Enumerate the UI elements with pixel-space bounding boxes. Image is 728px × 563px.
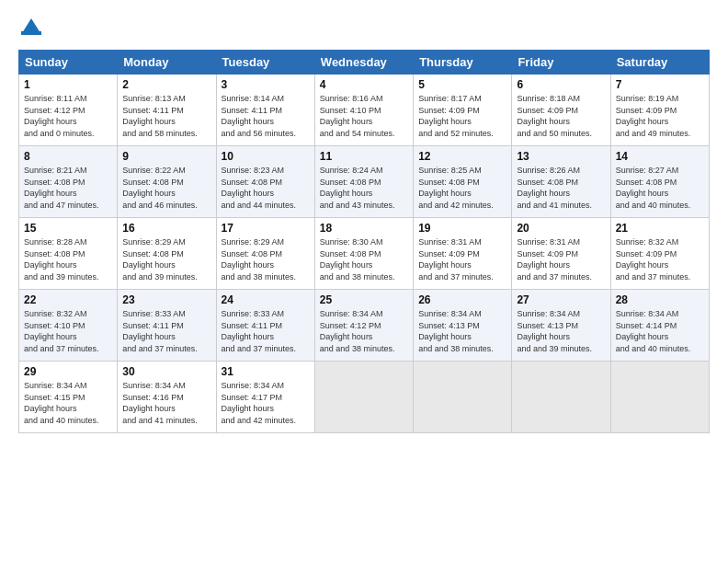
calendar-cell: 20 Sunrise: 8:31 AMSunset: 4:09 PMDaylig…	[512, 218, 610, 290]
calendar-cell: 29 Sunrise: 8:34 AMSunset: 4:15 PMDaylig…	[19, 362, 118, 433]
day-number: 30	[122, 365, 210, 378]
day-number: 20	[517, 222, 605, 235]
calendar-cell: 28 Sunrise: 8:34 AMSunset: 4:14 PMDaylig…	[610, 290, 709, 362]
calendar-cell: 23 Sunrise: 8:33 AMSunset: 4:11 PMDaylig…	[118, 290, 216, 362]
day-detail: Sunrise: 8:29 AMSunset: 4:08 PMDaylight …	[222, 237, 297, 282]
calendar-cell: 27 Sunrise: 8:34 AMSunset: 4:13 PMDaylig…	[512, 290, 610, 362]
calendar-cell: 1 Sunrise: 8:11 AMSunset: 4:12 PMDayligh…	[19, 75, 118, 146]
header-monday: Monday	[118, 51, 216, 75]
calendar-cell: 14 Sunrise: 8:27 AMSunset: 4:08 PMDaylig…	[610, 146, 709, 218]
day-number: 26	[418, 293, 506, 306]
day-number: 3	[222, 78, 310, 91]
header-tuesday: Tuesday	[216, 51, 314, 75]
calendar-cell: 4 Sunrise: 8:16 AMSunset: 4:10 PMDayligh…	[314, 75, 413, 146]
day-number: 2	[122, 78, 210, 91]
day-detail: Sunrise: 8:25 AMSunset: 4:08 PMDaylight …	[418, 166, 494, 210]
day-detail: Sunrise: 8:19 AMSunset: 4:09 PMDaylight …	[616, 94, 691, 138]
header-thursday: Thursday	[414, 51, 512, 75]
calendar-header-row: SundayMondayTuesdayWednesdayThursdayFrid…	[19, 51, 710, 75]
day-number: 25	[320, 293, 408, 306]
calendar-cell: 7 Sunrise: 8:19 AMSunset: 4:09 PMDayligh…	[610, 75, 709, 146]
day-detail: Sunrise: 8:34 AMSunset: 4:12 PMDaylight …	[320, 309, 395, 353]
day-detail: Sunrise: 8:11 AMSunset: 4:12 PMDaylight …	[24, 94, 95, 138]
header-sunday: Sunday	[19, 51, 118, 75]
calendar-cell: 30 Sunrise: 8:34 AMSunset: 4:16 PMDaylig…	[118, 362, 216, 433]
day-number: 15	[24, 222, 112, 235]
calendar-cell	[610, 362, 709, 433]
day-detail: Sunrise: 8:13 AMSunset: 4:11 PMDaylight …	[122, 94, 198, 138]
day-number: 23	[122, 293, 210, 306]
day-detail: Sunrise: 8:32 AMSunset: 4:10 PMDaylight …	[24, 309, 99, 353]
calendar-cell: 2 Sunrise: 8:13 AMSunset: 4:11 PMDayligh…	[118, 75, 216, 146]
day-detail: Sunrise: 8:22 AMSunset: 4:08 PMDaylight …	[122, 166, 198, 210]
page: SundayMondayTuesdayWednesdayThursdayFrid…	[0, 0, 728, 563]
calendar-cell: 31 Sunrise: 8:34 AMSunset: 4:17 PMDaylig…	[216, 362, 314, 433]
day-number: 9	[122, 150, 210, 163]
day-number: 8	[24, 150, 112, 163]
day-detail: Sunrise: 8:16 AMSunset: 4:10 PMDaylight …	[320, 94, 395, 138]
calendar-cell: 3 Sunrise: 8:14 AMSunset: 4:11 PMDayligh…	[216, 75, 314, 146]
calendar-cell: 12 Sunrise: 8:25 AMSunset: 4:08 PMDaylig…	[414, 146, 512, 218]
calendar-cell: 15 Sunrise: 8:28 AMSunset: 4:08 PMDaylig…	[19, 218, 118, 290]
day-detail: Sunrise: 8:31 AMSunset: 4:09 PMDaylight …	[418, 237, 494, 282]
day-detail: Sunrise: 8:33 AMSunset: 4:11 PMDaylight …	[122, 309, 198, 353]
day-detail: Sunrise: 8:34 AMSunset: 4:13 PMDaylight …	[418, 309, 494, 353]
header-saturday: Saturday	[610, 51, 709, 75]
day-detail: Sunrise: 8:34 AMSunset: 4:14 PMDaylight …	[616, 309, 691, 353]
day-number: 21	[616, 222, 704, 235]
calendar-cell: 5 Sunrise: 8:17 AMSunset: 4:09 PMDayligh…	[414, 75, 512, 146]
day-number: 16	[122, 222, 210, 235]
day-number: 18	[320, 222, 408, 235]
day-number: 22	[24, 293, 112, 306]
day-detail: Sunrise: 8:34 AMSunset: 4:15 PMDaylight …	[24, 381, 99, 425]
day-detail: Sunrise: 8:29 AMSunset: 4:08 PMDaylight …	[122, 237, 198, 282]
calendar-cell	[512, 362, 610, 433]
day-number: 27	[517, 293, 605, 306]
day-number: 19	[418, 222, 506, 235]
day-number: 28	[616, 293, 704, 306]
calendar-week-3: 15 Sunrise: 8:28 AMSunset: 4:08 PMDaylig…	[19, 218, 710, 290]
day-detail: Sunrise: 8:27 AMSunset: 4:08 PMDaylight …	[616, 166, 691, 210]
calendar-table: SundayMondayTuesdayWednesdayThursdayFrid…	[18, 50, 710, 433]
calendar-cell: 8 Sunrise: 8:21 AMSunset: 4:08 PMDayligh…	[19, 146, 118, 218]
calendar-cell: 19 Sunrise: 8:31 AMSunset: 4:09 PMDaylig…	[414, 218, 512, 290]
day-detail: Sunrise: 8:31 AMSunset: 4:09 PMDaylight …	[517, 237, 592, 282]
day-number: 14	[616, 150, 704, 163]
calendar-cell: 13 Sunrise: 8:26 AMSunset: 4:08 PMDaylig…	[512, 146, 610, 218]
day-detail: Sunrise: 8:18 AMSunset: 4:09 PMDaylight …	[517, 94, 592, 138]
calendar-cell: 9 Sunrise: 8:22 AMSunset: 4:08 PMDayligh…	[118, 146, 216, 218]
day-number: 10	[222, 150, 310, 163]
calendar-cell: 16 Sunrise: 8:29 AMSunset: 4:08 PMDaylig…	[118, 218, 216, 290]
day-number: 7	[616, 78, 704, 91]
day-number: 12	[418, 150, 506, 163]
day-detail: Sunrise: 8:17 AMSunset: 4:09 PMDaylight …	[418, 94, 494, 138]
calendar-cell: 26 Sunrise: 8:34 AMSunset: 4:13 PMDaylig…	[414, 290, 512, 362]
day-detail: Sunrise: 8:26 AMSunset: 4:08 PMDaylight …	[517, 166, 592, 210]
calendar-cell: 21 Sunrise: 8:32 AMSunset: 4:09 PMDaylig…	[610, 218, 709, 290]
calendar-cell: 22 Sunrise: 8:32 AMSunset: 4:10 PMDaylig…	[19, 290, 118, 362]
logo-icon	[18, 15, 44, 40]
day-detail: Sunrise: 8:14 AMSunset: 4:11 PMDaylight …	[222, 94, 297, 138]
day-detail: Sunrise: 8:21 AMSunset: 4:08 PMDaylight …	[24, 166, 99, 210]
calendar-cell	[414, 362, 512, 433]
day-number: 13	[517, 150, 605, 163]
calendar-cell: 6 Sunrise: 8:18 AMSunset: 4:09 PMDayligh…	[512, 75, 610, 146]
day-number: 24	[222, 293, 310, 306]
calendar-cell: 17 Sunrise: 8:29 AMSunset: 4:08 PMDaylig…	[216, 218, 314, 290]
logo	[18, 15, 48, 40]
calendar-cell: 24 Sunrise: 8:33 AMSunset: 4:11 PMDaylig…	[216, 290, 314, 362]
calendar-week-1: 1 Sunrise: 8:11 AMSunset: 4:12 PMDayligh…	[19, 75, 710, 146]
calendar-week-5: 29 Sunrise: 8:34 AMSunset: 4:15 PMDaylig…	[19, 362, 710, 433]
day-detail: Sunrise: 8:28 AMSunset: 4:08 PMDaylight …	[24, 237, 99, 282]
day-number: 29	[24, 365, 112, 378]
day-number: 31	[222, 365, 310, 378]
day-detail: Sunrise: 8:30 AMSunset: 4:08 PMDaylight …	[320, 237, 395, 282]
day-number: 17	[222, 222, 310, 235]
day-detail: Sunrise: 8:34 AMSunset: 4:17 PMDaylight …	[222, 381, 297, 425]
day-detail: Sunrise: 8:23 AMSunset: 4:08 PMDaylight …	[222, 166, 297, 210]
day-number: 4	[320, 78, 408, 91]
calendar-cell: 25 Sunrise: 8:34 AMSunset: 4:12 PMDaylig…	[314, 290, 413, 362]
calendar-cell: 18 Sunrise: 8:30 AMSunset: 4:08 PMDaylig…	[314, 218, 413, 290]
day-detail: Sunrise: 8:34 AMSunset: 4:16 PMDaylight …	[122, 381, 198, 425]
calendar-cell	[314, 362, 413, 433]
